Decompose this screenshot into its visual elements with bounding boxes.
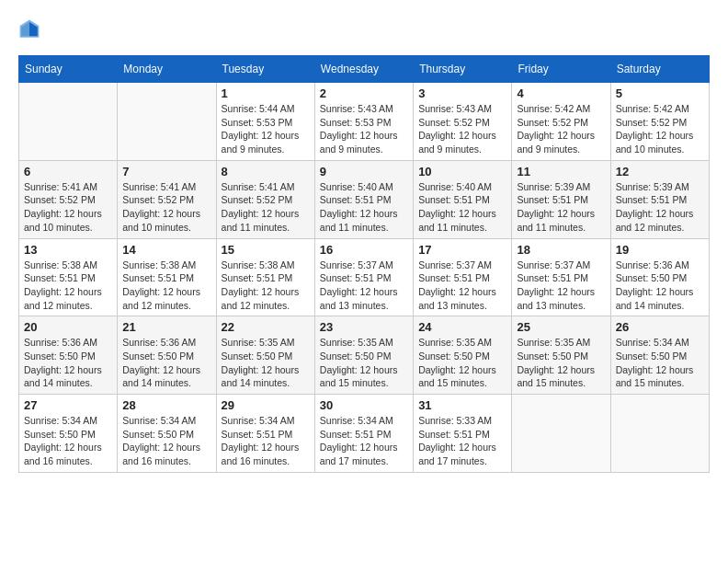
day-number: 20 [24,320,112,334]
day-info: Sunrise: 5:34 AM Sunset: 5:51 PM Dayligh… [320,414,408,468]
day-number: 31 [418,398,506,412]
logo-icon [18,18,40,40]
day-number: 1 [222,86,310,100]
day-info: Sunrise: 5:39 AM Sunset: 5:51 PM Dayligh… [616,180,704,235]
calendar-cell: 20Sunrise: 5:36 AM Sunset: 5:50 PM Dayli… [19,316,118,395]
day-header-friday: Friday [512,56,610,83]
calendar-cell: 8Sunrise: 5:41 AM Sunset: 5:52 PM Daylig… [216,160,314,238]
day-info: Sunrise: 5:34 AM Sunset: 5:51 PM Dayligh… [222,414,310,468]
day-info: Sunrise: 5:38 AM Sunset: 5:51 PM Dayligh… [24,259,112,313]
day-header-saturday: Saturday [610,56,709,83]
day-header-monday: Monday [118,56,216,83]
calendar-week-row: 13Sunrise: 5:38 AM Sunset: 5:51 PM Dayli… [19,238,710,316]
day-number: 7 [122,165,210,178]
calendar-cell: 3Sunrise: 5:43 AM Sunset: 5:52 PM Daylig… [414,83,512,161]
day-info: Sunrise: 5:37 AM Sunset: 5:51 PM Dayligh… [418,259,506,313]
day-number: 2 [320,86,408,100]
calendar-cell: 7Sunrise: 5:41 AM Sunset: 5:52 PM Daylig… [118,160,216,238]
day-info: Sunrise: 5:40 AM Sunset: 5:51 PM Dayligh… [418,180,506,235]
calendar-cell: 26Sunrise: 5:34 AM Sunset: 5:50 PM Dayli… [610,316,709,395]
calendar-cell: 4Sunrise: 5:42 AM Sunset: 5:52 PM Daylig… [512,83,610,161]
calendar-table: SundayMondayTuesdayWednesdayThursdayFrid… [18,55,710,473]
day-header-tuesday: Tuesday [216,56,314,83]
day-info: Sunrise: 5:43 AM Sunset: 5:52 PM Dayligh… [418,102,506,156]
day-number: 30 [320,398,408,412]
calendar-cell [512,395,610,473]
day-number: 24 [418,320,506,334]
day-info: Sunrise: 5:38 AM Sunset: 5:51 PM Dayligh… [222,259,310,313]
day-number: 23 [320,320,408,334]
calendar-cell: 9Sunrise: 5:40 AM Sunset: 5:51 PM Daylig… [314,160,413,238]
calendar-cell [118,83,216,161]
day-number: 4 [517,86,605,100]
day-info: Sunrise: 5:35 AM Sunset: 5:50 PM Dayligh… [320,336,408,390]
day-number: 6 [24,165,112,178]
day-number: 16 [320,243,408,257]
calendar-cell: 17Sunrise: 5:37 AM Sunset: 5:51 PM Dayli… [414,238,512,316]
calendar-cell: 22Sunrise: 5:35 AM Sunset: 5:50 PM Dayli… [216,316,314,395]
day-number: 5 [616,86,704,100]
day-info: Sunrise: 5:34 AM Sunset: 5:50 PM Dayligh… [24,414,112,468]
day-header-sunday: Sunday [19,56,118,83]
calendar-cell: 25Sunrise: 5:35 AM Sunset: 5:50 PM Dayli… [512,316,610,395]
day-info: Sunrise: 5:41 AM Sunset: 5:52 PM Dayligh… [122,180,210,235]
calendar-cell: 19Sunrise: 5:36 AM Sunset: 5:50 PM Dayli… [610,238,709,316]
logo [18,18,44,40]
day-info: Sunrise: 5:41 AM Sunset: 5:52 PM Dayligh… [24,180,112,235]
calendar-cell: 2Sunrise: 5:43 AM Sunset: 5:53 PM Daylig… [314,83,413,161]
page-header [18,18,710,40]
day-info: Sunrise: 5:43 AM Sunset: 5:53 PM Dayligh… [320,102,408,156]
day-info: Sunrise: 5:39 AM Sunset: 5:51 PM Dayligh… [517,180,605,235]
day-info: Sunrise: 5:40 AM Sunset: 5:51 PM Dayligh… [320,180,408,235]
calendar-cell: 27Sunrise: 5:34 AM Sunset: 5:50 PM Dayli… [19,395,118,473]
day-number: 12 [616,165,704,178]
day-number: 26 [616,320,704,334]
calendar-cell: 23Sunrise: 5:35 AM Sunset: 5:50 PM Dayli… [314,316,413,395]
calendar-cell: 1Sunrise: 5:44 AM Sunset: 5:53 PM Daylig… [216,83,314,161]
day-header-wednesday: Wednesday [314,56,413,83]
calendar-cell: 28Sunrise: 5:34 AM Sunset: 5:50 PM Dayli… [118,395,216,473]
day-number: 8 [222,165,310,178]
day-number: 13 [24,243,112,257]
calendar-week-row: 6Sunrise: 5:41 AM Sunset: 5:52 PM Daylig… [19,160,710,238]
calendar-week-row: 20Sunrise: 5:36 AM Sunset: 5:50 PM Dayli… [19,316,710,395]
day-info: Sunrise: 5:38 AM Sunset: 5:51 PM Dayligh… [122,259,210,313]
day-number: 11 [517,165,605,178]
day-info: Sunrise: 5:34 AM Sunset: 5:50 PM Dayligh… [616,336,704,390]
calendar-cell: 6Sunrise: 5:41 AM Sunset: 5:52 PM Daylig… [19,160,118,238]
day-number: 17 [418,243,506,257]
day-number: 29 [222,398,310,412]
calendar-cell: 21Sunrise: 5:36 AM Sunset: 5:50 PM Dayli… [118,316,216,395]
calendar-cell: 11Sunrise: 5:39 AM Sunset: 5:51 PM Dayli… [512,160,610,238]
calendar-cell: 24Sunrise: 5:35 AM Sunset: 5:50 PM Dayli… [414,316,512,395]
day-info: Sunrise: 5:36 AM Sunset: 5:50 PM Dayligh… [24,336,112,390]
day-info: Sunrise: 5:35 AM Sunset: 5:50 PM Dayligh… [517,336,605,390]
day-number: 10 [418,165,506,178]
day-number: 15 [222,243,310,257]
day-info: Sunrise: 5:37 AM Sunset: 5:51 PM Dayligh… [320,259,408,313]
calendar-cell: 13Sunrise: 5:38 AM Sunset: 5:51 PM Dayli… [19,238,118,316]
calendar-week-row: 27Sunrise: 5:34 AM Sunset: 5:50 PM Dayli… [19,395,710,473]
day-info: Sunrise: 5:33 AM Sunset: 5:51 PM Dayligh… [418,414,506,468]
day-number: 22 [222,320,310,334]
day-header-thursday: Thursday [414,56,512,83]
day-info: Sunrise: 5:42 AM Sunset: 5:52 PM Dayligh… [517,102,605,156]
day-number: 27 [24,398,112,412]
day-number: 18 [517,243,605,257]
calendar-cell: 29Sunrise: 5:34 AM Sunset: 5:51 PM Dayli… [216,395,314,473]
calendar-cell: 14Sunrise: 5:38 AM Sunset: 5:51 PM Dayli… [118,238,216,316]
calendar-cell: 30Sunrise: 5:34 AM Sunset: 5:51 PM Dayli… [314,395,413,473]
calendar-cell: 5Sunrise: 5:42 AM Sunset: 5:52 PM Daylig… [610,83,709,161]
day-number: 21 [122,320,210,334]
day-info: Sunrise: 5:37 AM Sunset: 5:51 PM Dayligh… [517,259,605,313]
day-number: 9 [320,165,408,178]
day-number: 19 [616,243,704,257]
day-info: Sunrise: 5:35 AM Sunset: 5:50 PM Dayligh… [222,336,310,390]
day-info: Sunrise: 5:41 AM Sunset: 5:52 PM Dayligh… [222,180,310,235]
calendar-cell: 31Sunrise: 5:33 AM Sunset: 5:51 PM Dayli… [414,395,512,473]
day-number: 25 [517,320,605,334]
day-number: 14 [122,243,210,257]
calendar-week-row: 1Sunrise: 5:44 AM Sunset: 5:53 PM Daylig… [19,83,710,161]
calendar-cell: 15Sunrise: 5:38 AM Sunset: 5:51 PM Dayli… [216,238,314,316]
calendar-cell: 10Sunrise: 5:40 AM Sunset: 5:51 PM Dayli… [414,160,512,238]
